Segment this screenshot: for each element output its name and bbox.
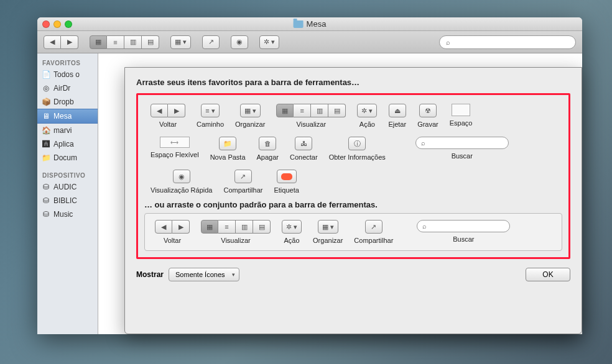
sidebar-item-label: Aplica	[53, 140, 74, 148]
list-view-button[interactable]: ≡	[107, 35, 124, 49]
palette-label: Apagar	[257, 153, 279, 161]
palette-obter-info[interactable]: ⓘ Obter Informações	[329, 137, 386, 161]
palette-label: Caminho	[197, 121, 224, 128]
palette-organizar[interactable]: ▦ ▾ Organizar	[235, 104, 265, 128]
ok-button[interactable]: OK	[526, 268, 570, 281]
column-view-button[interactable]: ▥	[124, 35, 142, 49]
default-set-row: ◀▶ Voltar ▦≡▥▤ Visualizar ✲ ▾ Ação ▦ ▾ O…	[151, 220, 555, 244]
show-mode-select[interactable]: Somente Ícones	[169, 268, 239, 281]
view-buttons: ▦ ≡ ▥ ▤	[90, 35, 159, 49]
palette-visualizar[interactable]: ▦≡▥▤ Visualizar	[276, 104, 346, 128]
triangle-right-icon: ▶	[178, 223, 183, 231]
palette-label: Voltar	[159, 121, 177, 128]
new-folder-icon: 📁	[223, 140, 232, 148]
list-icon: ≡	[113, 39, 117, 46]
trash-icon: 🗑	[264, 140, 271, 147]
burn-icon: ☢	[425, 107, 431, 115]
default-voltar[interactable]: ◀▶ Voltar	[155, 220, 190, 244]
main-toolbar: ◀ ▶ ▦ ≡ ▥ ▤ ▦ ▾ ↗ ◉ ✲ ▾ ⌕	[37, 31, 582, 53]
palette-acao[interactable]: ✲ ▾ Ação	[357, 104, 377, 128]
sidebar-item-disk2[interactable]: ⛁BIBLIC	[37, 194, 98, 207]
sidebar-item-dropbox[interactable]: 📦Dropb	[37, 95, 98, 109]
triangle-right-icon: ▶	[174, 107, 179, 115]
sidebar-item-label: Music	[53, 210, 73, 219]
path-icon: ≡ ▾	[205, 107, 215, 115]
share-button[interactable]: ↗	[202, 35, 220, 49]
share-icon: ↗	[208, 38, 214, 46]
arrange-button[interactable]: ▦ ▾	[170, 35, 191, 49]
search-icon: ⌕	[422, 222, 427, 230]
sidebar-item-label: Todos o	[53, 70, 80, 79]
sidebar-item-label: Dropb	[53, 98, 74, 106]
sidebar-item-apps[interactable]: 🅰Aplica	[37, 137, 98, 151]
default-acao[interactable]: ✲ ▾ Ação	[282, 220, 302, 244]
palette-label: Visualizar	[297, 121, 327, 128]
palette-buscar[interactable]: ⌕ Buscar	[415, 137, 509, 160]
flexible-space-icon: ⟷	[160, 137, 190, 148]
coverflow-view-button[interactable]: ▤	[142, 35, 159, 49]
allfiles-icon: 📄	[41, 70, 51, 80]
sidebar-item-disk1[interactable]: ⛁AUDIC	[37, 180, 98, 194]
default-set-container[interactable]: ◀▶ Voltar ▦≡▥▤ Visualizar ✲ ▾ Ação ▦ ▾ O…	[144, 213, 562, 251]
forward-button[interactable]: ▶	[61, 35, 78, 49]
sidebar-item-documents[interactable]: 📁Docum	[37, 151, 98, 165]
search-input[interactable]: ⌕	[439, 35, 576, 49]
action-button[interactable]: ✲ ▾	[259, 35, 279, 49]
search-icon: ⌕	[421, 139, 425, 147]
home-icon: 🏠	[41, 125, 51, 135]
quicklook-button[interactable]: ◉	[231, 35, 248, 49]
icon-view-button[interactable]: ▦	[90, 35, 107, 49]
columns-icon: ▥	[241, 223, 248, 231]
zoom-button[interactable]	[65, 20, 72, 28]
palette-label: Nova Pasta	[210, 153, 246, 161]
sidebar-item-airdrop[interactable]: ◎AirDr	[37, 81, 98, 95]
window-title-text: Mesa	[307, 19, 327, 29]
palette-label: Etiqueta	[274, 186, 299, 194]
palette-nova-pasta[interactable]: 📁 Nova Pasta	[210, 137, 246, 161]
default-visualizar[interactable]: ▦≡▥▤ Visualizar	[201, 220, 271, 244]
gear-icon: ✲ ▾	[264, 38, 275, 46]
palette-visualizacao-rapida[interactable]: ◉ Visualização Rápida	[151, 170, 212, 194]
list-icon: ≡	[225, 223, 228, 230]
palette-caminho[interactable]: ≡ ▾ Caminho	[197, 104, 224, 128]
palette-conectar[interactable]: 🖧 Conectar	[290, 137, 318, 161]
palette-espaco-flexivel[interactable]: ⟷ Espaço Flexível	[151, 137, 199, 158]
default-buscar[interactable]: ⌕ Buscar	[417, 220, 510, 243]
info-icon: ⓘ	[354, 139, 361, 148]
triangle-left-icon: ◀	[50, 38, 55, 46]
default-compartilhar[interactable]: ↗ Compartilhar	[354, 220, 393, 244]
sidebar: FAVORITOS 📄Todos o ◎AirDr 📦Dropb 🖥Mesa 🏠…	[37, 53, 98, 334]
palette-label: Organizar	[235, 121, 265, 128]
palette-ejetar[interactable]: ⏏ Ejetar	[388, 104, 406, 128]
palette-gravar[interactable]: ☢ Gravar	[417, 104, 438, 128]
tag-icon	[281, 173, 292, 180]
search-field-small[interactable]: ⌕	[417, 220, 510, 232]
triangle-right-icon: ▶	[67, 38, 72, 46]
palette-row-3: ◉ Visualização Rápida ↗ Compartilhar Eti…	[144, 170, 562, 194]
palette-apagar[interactable]: 🗑 Apagar	[257, 137, 279, 161]
coverflow-icon: ▤	[147, 38, 154, 46]
default-organizar[interactable]: ▦ ▾ Organizar	[313, 220, 343, 244]
ok-label: OK	[542, 270, 553, 279]
palette-compartilhar[interactable]: ↗ Compartilhar	[223, 170, 262, 194]
close-button[interactable]	[42, 20, 50, 28]
palette-voltar[interactable]: ◀▶ Voltar	[151, 104, 185, 128]
palette-label: Compartilhar	[223, 186, 262, 194]
sidebar-item-allfiles[interactable]: 📄Todos o	[37, 68, 98, 81]
back-button[interactable]: ◀	[44, 35, 61, 49]
window-title: Mesa	[294, 19, 327, 29]
eject-icon: ⏏	[394, 107, 401, 115]
search-icon: ⌕	[446, 39, 450, 46]
search-field-small[interactable]: ⌕	[415, 137, 509, 149]
palette-label: Espaço	[450, 119, 473, 127]
palette-espaco[interactable]: Espaço	[450, 104, 473, 127]
minimize-button[interactable]	[53, 20, 61, 28]
eye-icon: ◉	[178, 173, 185, 181]
sidebar-item-mesa[interactable]: 🖥Mesa	[37, 109, 98, 124]
sidebar-item-label: marvi	[53, 126, 72, 135]
palette-label: Ejetar	[388, 121, 406, 128]
devices-header: DISPOSITIVO	[37, 170, 98, 180]
sidebar-item-home[interactable]: 🏠marvi	[37, 124, 98, 137]
palette-etiqueta[interactable]: Etiqueta	[274, 170, 299, 194]
sidebar-item-disk3[interactable]: ⛁Music	[37, 207, 98, 221]
